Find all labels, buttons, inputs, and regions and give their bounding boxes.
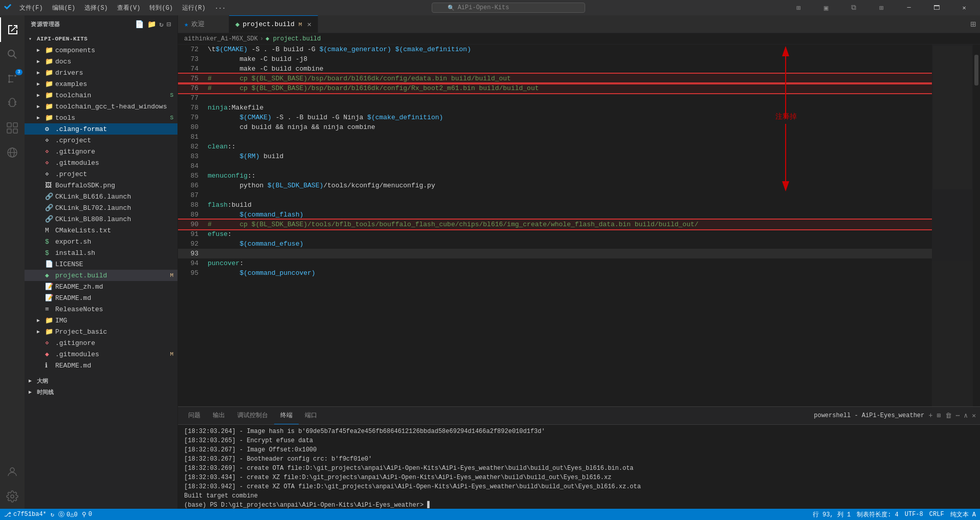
tree-item-gitmodules[interactable]: ⋄ .gitmodules <box>25 157 177 168</box>
status-warnings[interactable]: ⚲ 0 <box>82 511 92 518</box>
tree-item-cmake[interactable]: M CMakeLists.txt <box>25 225 177 236</box>
tree-item-install[interactable]: $ install.sh <box>25 247 177 258</box>
activity-remote[interactable] <box>0 140 25 165</box>
tree-item-cklink616[interactable]: 🔗 CKLink_BL616.launch <box>25 191 177 202</box>
menu-view[interactable]: 查看(V) <box>113 3 145 13</box>
menu-file[interactable]: 文件(F) <box>15 3 47 13</box>
layout-btn-2[interactable]: ▣ <box>814 0 838 15</box>
status-sync[interactable]: ↻ <box>51 511 54 518</box>
tree-item-project-build[interactable]: ◆ project.build M <box>25 270 177 281</box>
tree-item-toolchain-gcc[interactable]: ▶ 📁 toolchain_gcc_t-head_windows <box>25 101 177 112</box>
tree-root[interactable]: ▾ AIPI-OPEN-KITS <box>25 33 177 45</box>
tree-item-release[interactable]: ≡ ReleaseNotes <box>25 304 177 315</box>
code-editor[interactable]: 72 \t$(CMAKE) -S . -B build -G $(cmake_g… <box>178 45 932 406</box>
tree-item-license[interactable]: 📄 LICENSE <box>25 258 177 270</box>
scrollbar-thumb[interactable] <box>974 55 978 85</box>
tree-item-project-basic[interactable]: ▶ 📁 Project_basic <box>25 326 177 337</box>
breadcrumb-file[interactable]: ◆ project.build <box>265 35 321 42</box>
activity-explorer[interactable] <box>0 17 25 42</box>
tree-item-gitignore2[interactable]: ⋄ .gitignore <box>25 337 177 349</box>
tree-item-gitignore[interactable]: ⋄ .gitignore <box>25 146 177 157</box>
menu-run[interactable]: 运行(R) <box>178 3 210 13</box>
status-eol[interactable]: CRLF <box>929 511 944 518</box>
close-btn[interactable]: ✕ <box>952 0 976 15</box>
menu-edit[interactable]: 编辑(E) <box>48 3 80 13</box>
panel-tab-problems[interactable]: 问题 <box>182 407 207 424</box>
tab-spacer <box>318 15 966 33</box>
svg-point-3 <box>14 75 16 77</box>
status-errors[interactable]: ⓪ 0△0 <box>58 510 78 519</box>
tree-item-cproject[interactable]: ⋄ .cproject <box>25 135 177 146</box>
activity-extensions[interactable] <box>0 116 25 140</box>
tab-close-btn[interactable]: ✕ <box>307 20 311 29</box>
tree-item-drivers[interactable]: ▶ 📁 drivers <box>25 67 177 78</box>
new-file-icon[interactable]: 📄 <box>135 20 144 29</box>
minimize-btn[interactable]: ─ <box>897 0 921 15</box>
panel-tab-debug[interactable]: 调试控制台 <box>231 407 274 424</box>
tree-item-gitmodules2[interactable]: ◆ .gitmodules M <box>25 349 177 360</box>
panel-tab-terminal[interactable]: 终端 <box>274 407 299 424</box>
line-92: 92 $(command_efuse) <box>178 239 932 249</box>
activity-search[interactable] <box>0 42 25 67</box>
line-72: 72 \t$(CMAKE) -S . -B build -G $(cmake_g… <box>178 45 932 54</box>
tree-item-tools[interactable]: ▶ 📁 tools S <box>25 112 177 123</box>
tree-item-cklink808[interactable]: 🔗 CKLink_BL808.launch <box>25 213 177 225</box>
tree-item-readme-zh[interactable]: 📝 README_zh.md <box>25 281 177 292</box>
maximize-btn[interactable]: 🗖 <box>925 0 948 15</box>
add-terminal-icon[interactable]: + <box>928 411 932 420</box>
menu-select[interactable]: 选择(S) <box>80 3 112 13</box>
terminal-line-3: [18:32:03.267] - Image Offset:0x1000 <box>184 445 974 454</box>
tree-item-readme2[interactable]: ℹ README.md <box>25 360 177 371</box>
line-76: 76 # cp $(BL_SDK_BASE)/bsp/board/bl616dk… <box>178 83 932 93</box>
tree-item-toolchain[interactable]: ▶ 📁 toolchain S <box>25 90 177 101</box>
tree-item-readme[interactable]: 📝 README.md <box>25 292 177 304</box>
breadcrumb-root[interactable]: aithinker_Ai-M6X_SDK <box>184 35 258 42</box>
status-language[interactable]: 纯文本 A <box>950 510 976 519</box>
tree-item-project[interactable]: ⋄ .project <box>25 168 177 180</box>
tree-item-img[interactable]: ▶ 📁 IMG <box>25 315 177 326</box>
tree-item-cklink702[interactable]: 🔗 CKLink_BL702.launch <box>25 202 177 213</box>
status-encoding[interactable]: UTF-8 <box>905 511 923 518</box>
layout-btn-4[interactable]: ⊞ <box>870 0 893 15</box>
delete-terminal-icon[interactable]: 🗑 <box>945 412 952 420</box>
panel-tab-output[interactable]: 输出 <box>207 407 231 424</box>
collapse-icon[interactable]: ⊟ <box>167 20 171 29</box>
activity-bottom <box>0 460 25 509</box>
maximize-panel-icon[interactable]: ∧ <box>964 411 968 420</box>
status-position[interactable]: 行 93, 列 1 <box>813 510 851 519</box>
status-position-text: 行 93, 列 1 <box>813 510 851 519</box>
menu-more[interactable]: ... <box>211 3 230 13</box>
menu-goto[interactable]: 转到(G) <box>145 3 177 13</box>
panel-tab-ports[interactable]: 端口 <box>299 407 323 424</box>
layout-btn-3[interactable]: ⧉ <box>842 0 865 15</box>
tree-item-docs[interactable]: ▶ 📁 docs <box>25 56 177 67</box>
activity-settings[interactable] <box>0 484 25 509</box>
terminal-menu-icon[interactable]: ⋯ <box>956 411 960 420</box>
line-74: 74 make -C build combine <box>178 64 932 74</box>
tree-item-examples[interactable]: ▶ 📁 examples <box>25 78 177 90</box>
search-bar[interactable]: 🔍 AiPi-Open-Kits <box>432 3 585 13</box>
activity-debug[interactable] <box>0 91 25 116</box>
status-tabsize[interactable]: 制表符长度: 4 <box>857 510 899 519</box>
outline-header[interactable]: ▶ 大纲 <box>25 375 177 386</box>
tab-build-label: project.build <box>242 20 294 28</box>
refresh-icon[interactable]: ↻ <box>159 20 164 29</box>
layout-btn-1[interactable]: ⊞ <box>787 0 810 15</box>
scrollbar[interactable] <box>973 45 980 406</box>
tree-item-components[interactable]: ▶ 📁 components <box>25 45 177 56</box>
tree-item-clang-format[interactable]: ⚙️ .clang-format <box>25 123 177 135</box>
activity-git[interactable]: 3 <box>0 67 25 91</box>
terminal-prompt-line[interactable]: (base) PS D:\git_projects\anpai\AiPi-Ope… <box>184 501 974 509</box>
split-editor-icon[interactable]: ⊞ <box>970 18 976 30</box>
line-88: 88 flash:build <box>178 200 932 210</box>
split-terminal-icon[interactable]: ⊞ <box>937 411 941 420</box>
status-branch[interactable]: ⎇ c7f51ba4* <box>4 511 47 518</box>
activity-account[interactable] <box>0 460 25 484</box>
tree-item-png[interactable]: 🖼 BouffaloSDK.png <box>25 180 177 191</box>
new-folder-icon[interactable]: 📁 <box>147 20 157 29</box>
timeline-header[interactable]: ▶ 时间线 <box>25 386 177 398</box>
tab-project-build[interactable]: ◆ project.build M ✕ <box>229 15 318 33</box>
close-panel-icon[interactable]: ✕ <box>972 411 976 420</box>
tree-item-export[interactable]: $ export.sh <box>25 236 177 247</box>
tab-welcome[interactable]: ★ 欢迎 <box>178 15 229 33</box>
